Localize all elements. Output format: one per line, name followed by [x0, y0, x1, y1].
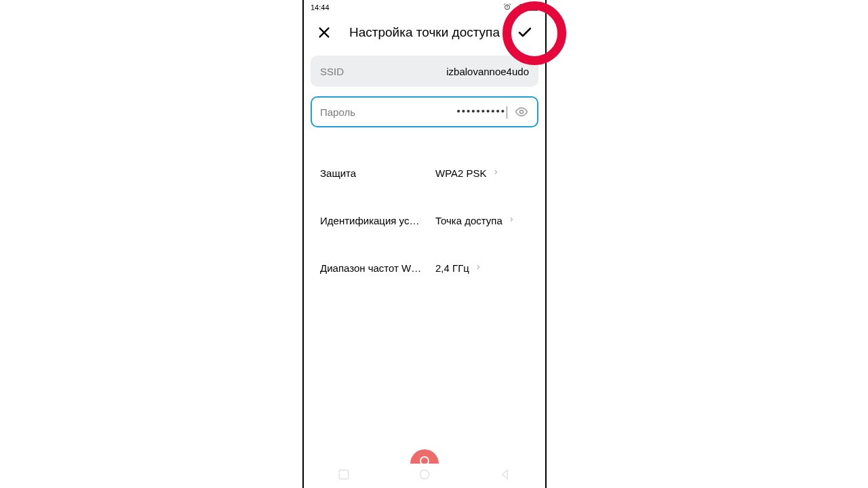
status-bar: 14:44 [304, 0, 545, 15]
phone-frame: 14:44 Настройка точки доступа SSID izbal… [302, 0, 547, 488]
nav-home[interactable] [418, 468, 431, 481]
svg-rect-1 [515, 8, 516, 10]
eye-icon [515, 105, 528, 119]
ssid-label: SSID [320, 66, 344, 77]
status-time: 14:44 [311, 3, 330, 12]
close-button[interactable] [311, 19, 338, 46]
device-id-label: Идентификация ус… [320, 215, 435, 226]
security-label: Защита [320, 167, 435, 179]
battery-icon [525, 4, 538, 11]
device-id-row[interactable]: Идентификация ус… Точка доступа [311, 197, 538, 244]
security-row[interactable]: Защита WPA2 PSK [311, 149, 538, 197]
ssid-field[interactable]: SSID izbalovannoe4udo [311, 56, 538, 87]
svg-rect-6 [340, 470, 349, 479]
confirm-button[interactable] [511, 19, 538, 46]
nav-back[interactable] [498, 468, 512, 481]
password-label: Пароль [320, 106, 355, 118]
password-field[interactable]: Пароль •••••••••• [311, 96, 538, 127]
svg-rect-3 [518, 5, 519, 10]
svg-point-7 [420, 470, 429, 479]
band-label: Диапазон частот W… [320, 262, 435, 274]
svg-rect-4 [520, 4, 521, 10]
ssid-value: izbalovannoe4udo [344, 66, 529, 77]
page-title: Настройка точки доступа [342, 25, 507, 40]
check-icon [517, 24, 533, 41]
signal-icon [514, 3, 522, 12]
status-right [503, 3, 538, 12]
content: SSID izbalovannoe4udo Пароль •••••••••• … [304, 50, 545, 291]
close-icon [317, 25, 332, 40]
nav-bar [304, 461, 545, 488]
svg-rect-2 [517, 7, 518, 10]
security-value: WPA2 PSK [435, 167, 487, 179]
toggle-password-visibility[interactable] [514, 104, 529, 119]
chevron-right-icon [508, 215, 515, 226]
svg-point-5 [520, 110, 524, 114]
chevron-right-icon [475, 262, 481, 274]
band-value: 2,4 ГГц [435, 262, 469, 274]
device-id-value: Точка доступа [435, 215, 502, 226]
header-bar: Настройка точки доступа [304, 15, 545, 50]
chevron-right-icon [492, 167, 499, 179]
nav-recent[interactable] [337, 468, 351, 481]
alarm-icon [503, 3, 511, 12]
password-value: •••••••••• [355, 105, 507, 118]
band-row[interactable]: Диапазон частот W… 2,4 ГГц [311, 244, 538, 291]
